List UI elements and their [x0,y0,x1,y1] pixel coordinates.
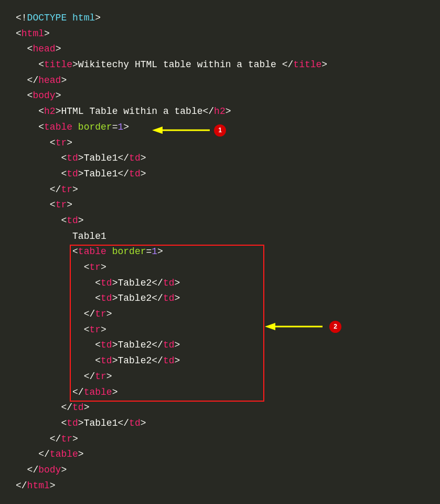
punct: > [78,215,84,226]
punct: < [61,215,67,226]
indent [16,246,72,257]
tag-h2-close: h2 [214,106,226,117]
indent [16,122,38,132]
indent [16,59,38,70]
tag-table: table [44,122,72,132]
punct: < [50,200,56,210]
punct: </ [117,169,129,179]
indent [16,340,95,350]
punct: > [112,278,118,288]
punct: < [38,106,44,117]
tag-head: head [33,44,55,54]
punct: < [95,293,101,303]
code-line: </tr> [16,432,435,447]
code-line: </tr> [16,307,435,322]
code-line: <td>Table2</td> [16,291,435,307]
punct: > [157,246,163,257]
code-line: <td>Table1</td> [16,166,435,182]
indent [16,153,61,163]
indent [16,293,95,303]
tag-td: td [101,293,112,303]
punct: > [175,355,180,366]
tag-td-close: td [163,340,175,350]
code-line: <td>Table1</td> [16,416,435,432]
tag-td-close: td [129,169,141,179]
punct: </ [16,480,27,491]
punct: > [78,153,84,163]
punct: </ [61,402,72,413]
punct: </ [152,278,163,288]
tag-body: body [33,90,55,101]
td-text: Table2 [117,355,152,366]
td-text: Table1 [84,418,118,428]
punct: > [101,262,106,272]
punct: > [78,449,84,459]
tag-td-close: td [163,278,175,288]
code-line: <head> [16,41,435,57]
punct: > [44,28,50,39]
punct: < [61,418,67,428]
tag-tr: tr [56,138,67,148]
code-line: <tr> [16,197,435,213]
td-text: Table1 [84,153,118,163]
indent [16,387,72,397]
punct: <! [16,13,27,23]
tag-td-close: td [163,293,175,303]
code-line: <title>Wikitechy HTML table within a tab… [16,57,435,73]
attr-border: border [112,246,146,257]
code-line: <body> [16,88,435,104]
h2-text: HTML Table within a table [61,106,202,117]
punct: </ [282,59,294,70]
punct: > [84,402,90,413]
punct: > [72,434,78,444]
punct: > [56,90,61,101]
attr-border: border [78,122,112,132]
indent [16,90,27,101]
tag-td: td [101,278,112,288]
punct: > [226,106,231,117]
punct: > [321,59,327,70]
punct: < [95,355,101,366]
punct: = [112,122,118,132]
tag-td: td [101,355,112,366]
indent [16,75,27,86]
indent [16,309,84,319]
code-line: </table> [16,385,435,401]
punct: </ [72,387,84,397]
punct: </ [50,434,61,444]
punct: </ [117,418,129,428]
punct: > [112,355,118,366]
code-line: </body> [16,463,435,478]
tag-tr-close: tr [61,184,72,195]
punct: > [141,169,146,179]
punct: > [112,387,118,397]
indent [16,138,50,148]
code-line: <table border=1> [16,244,435,260]
punct: < [38,122,44,132]
punct: > [175,340,180,350]
annotation-badge-1: 1 [214,124,226,136]
punct: > [72,59,78,70]
tag-td: td [67,215,78,226]
punct: </ [38,449,50,459]
tag-title-close: title [293,59,321,70]
tag-table: table [78,246,106,257]
td-text: Table2 [117,340,152,350]
punct: < [95,278,101,288]
doctype-kw: DOCTYPE [27,13,67,23]
tag-html: html [22,28,44,39]
indent [16,278,95,288]
punct: < [61,169,67,179]
tag-td: td [67,169,78,179]
code-line: <tr> [16,135,435,151]
td-text: Table2 [117,278,152,288]
doctype-rest: html [67,13,95,23]
tag-td-close: td [129,153,141,163]
code-editor: <!DOCTYPE html> <html> <head> <title>Wik… [0,0,440,504]
tag-html-close: html [27,480,50,491]
punct: > [67,200,72,210]
indent [16,169,61,179]
indent [16,231,72,242]
punct: > [141,418,146,428]
indent [16,324,84,335]
